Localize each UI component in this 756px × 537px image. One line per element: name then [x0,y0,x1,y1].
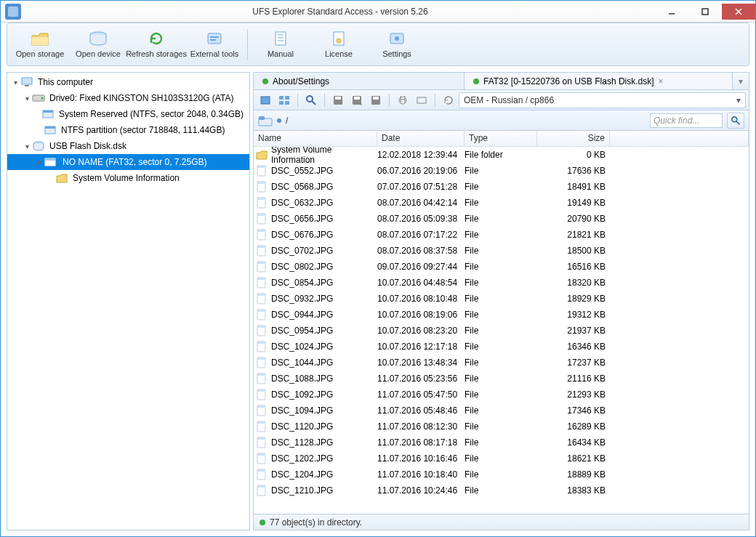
hdd-icon [32,92,45,104]
col-name[interactable]: Name [254,131,377,146]
path-text[interactable]: / [286,116,288,126]
col-size[interactable]: Size [537,131,610,146]
btn-save[interactable] [329,92,347,108]
file-row[interactable]: DSC_0932.JPG10.07.2016 08:10:48File18929… [254,291,749,307]
file-row[interactable]: DSC_0568.JPG07.07.2016 07:51:28File18491… [254,179,749,195]
file-icon [255,277,268,288]
tree-item[interactable]: ▾This computer [7,74,249,90]
tree-item[interactable]: System Volume Information [7,170,249,186]
file-row[interactable]: DSC_1204.JPG11.07.2016 10:18:40File18889… [254,467,749,483]
status-text: 77 object(s) in directory. [270,517,362,528]
expand-icon[interactable]: ▾ [33,158,44,166]
open-device-button[interactable]: Open device [70,26,126,62]
file-row[interactable]: DSC_1088.JPG11.07.2016 05:23:56File21116… [254,371,749,387]
file-row[interactable]: DSC_1044.JPG10.07.2016 13:48:34File17237… [254,355,749,371]
svg-rect-37 [354,97,360,100]
tree-item[interactable]: ▾NO NAME (FAT32, sector 0, 7.25GB) [7,154,249,170]
dropdown-icon: ▾ [736,95,741,105]
quick-find-input[interactable]: Quick find... [650,113,723,128]
file-list-header[interactable]: Name Date Type Size [254,131,749,147]
col-type[interactable]: Type [465,131,537,146]
btn-save3[interactable] [367,92,385,108]
file-row[interactable]: DSC_1128.JPG11.07.2016 08:17:18File16434… [254,435,749,451]
svg-rect-21 [43,110,53,113]
btn-save2[interactable] [348,92,366,108]
expand-icon[interactable]: ▾ [22,142,32,150]
svg-rect-1 [702,9,708,15]
file-row[interactable]: DSC_0802.JPG09.07.2016 09:27:44File16516… [254,259,749,275]
svg-rect-56 [257,230,265,232]
expand-icon[interactable]: ▾ [22,94,32,102]
encoding-value: OEM - Russian / cp866 [464,95,554,105]
titlebar: UFS Explorer Standard Access - version 5… [1,1,755,23]
settings-button[interactable]: Settings [369,26,425,62]
storage-tree-pane[interactable]: ▾This computer▾Drive0: Fixed KINGSTON SH… [7,72,250,530]
svg-rect-5 [208,33,221,44]
tree-item[interactable]: NTFS partition (sector 718848, 111.44GB) [7,122,249,138]
file-row[interactable]: DSC_0632.JPG08.07.2016 04:42:14File19149… [254,195,749,211]
tab-bar: About/Settings FAT32 [0-15220736 on USB … [254,73,749,90]
btn-hex[interactable]: H [394,92,411,108]
svg-rect-84 [257,453,265,456]
svg-rect-44 [259,116,265,120]
license-icon [329,31,348,47]
svg-rect-50 [257,182,265,184]
file-list[interactable]: System Volume Information12.02.2018 12:3… [254,147,749,514]
file-icon [255,485,268,496]
file-row[interactable]: DSC_0854.JPG10.07.2016 04:48:54File18320… [254,275,749,291]
file-row[interactable]: DSC_1024.JPG10.07.2016 12:17:18File16346… [254,339,749,355]
svg-rect-48 [257,166,265,168]
minimize-button[interactable] [655,4,688,20]
file-row[interactable]: DSC_1120.JPG11.07.2016 08:12:30File16289… [254,419,749,435]
refresh-icon [147,31,166,47]
tab-about-settings[interactable]: About/Settings [254,73,465,89]
col-date[interactable]: Date [377,131,465,146]
quick-find-button[interactable] [727,113,744,129]
license-button[interactable]: License [310,26,367,62]
file-row[interactable]: DSC_0944.JPG10.07.2016 08:19:06File19312… [254,307,749,323]
svg-rect-27 [261,97,270,104]
open-storage-button[interactable]: Open storage [12,26,68,62]
file-row[interactable]: DSC_0552.JPG06.07.2016 20:19:06File17636… [254,163,749,179]
file-icon [255,229,268,241]
file-row[interactable]: DSC_0676.JPG08.07.2016 07:17:22File21821… [254,227,749,243]
file-row[interactable]: DSC_1210.JPG11.07.2016 10:24:46File18383… [254,483,749,498]
svg-rect-70 [257,342,265,344]
tree-item[interactable]: ▾USB Flash Disk.dsk [7,138,249,154]
file-row[interactable]: DSC_0702.JPG08.07.2016 08:37:58File18500… [254,243,749,259]
status-bar: 77 object(s) in directory. [254,514,749,530]
btn-refresh[interactable] [440,92,457,108]
file-row[interactable]: DSC_0954.JPG10.07.2016 08:23:20File21937… [254,323,749,339]
file-row[interactable]: DSC_0656.JPG08.07.2016 05:09:38File20790… [254,211,749,227]
maximize-button[interactable] [688,4,722,20]
manual-button[interactable]: Manual [252,26,309,62]
tree-item[interactable]: System Reserved (NTFS, sector 2048, 0.34… [7,106,249,122]
tab-overflow[interactable]: ▾ [733,73,749,89]
btn-hex2[interactable] [413,92,430,108]
close-button[interactable] [722,4,755,20]
btn-1[interactable] [257,92,274,108]
folder-icon [55,172,68,184]
refresh-storages-button[interactable]: Refresh storages [128,26,185,62]
window-title: UFS Explorer Standard Access - version 5… [25,7,655,17]
file-row[interactable]: DSC_1202.JPG11.07.2016 10:16:46File18621… [254,451,749,467]
expand-icon[interactable]: ▾ [10,78,20,86]
tab-close-icon[interactable]: × [659,76,664,86]
svg-rect-42 [417,97,426,103]
btn-2[interactable] [276,92,293,108]
file-icon [255,357,268,368]
search-icon[interactable] [302,92,320,108]
file-row[interactable]: System Volume Information12.02.2018 12:3… [254,147,749,163]
file-row[interactable]: DSC_1092.JPG11.07.2016 05:47:50File21293… [254,387,749,403]
tree-item[interactable]: ▾Drive0: Fixed KINGSTON SH103S3120G (ATA… [7,90,249,106]
main-toolbar: Open storageOpen deviceRefresh storagesE… [7,23,749,66]
encoding-select[interactable]: OEM - Russian / cp866 ▾ [459,92,746,108]
tab-fat32[interactable]: FAT32 [0-15220736 on USB Flash Disk.dsk]… [465,73,733,89]
svg-rect-80 [257,421,265,424]
svg-rect-64 [257,294,265,296]
external-tools-button[interactable]: External tools [186,26,243,62]
file-row[interactable]: DSC_1094.JPG11.07.2016 05:48:46File17346… [254,403,749,419]
manual-icon [271,31,290,47]
file-icon [255,213,268,225]
tab-label: FAT32 [0-15220736 on USB Flash Disk.dsk] [483,76,654,86]
